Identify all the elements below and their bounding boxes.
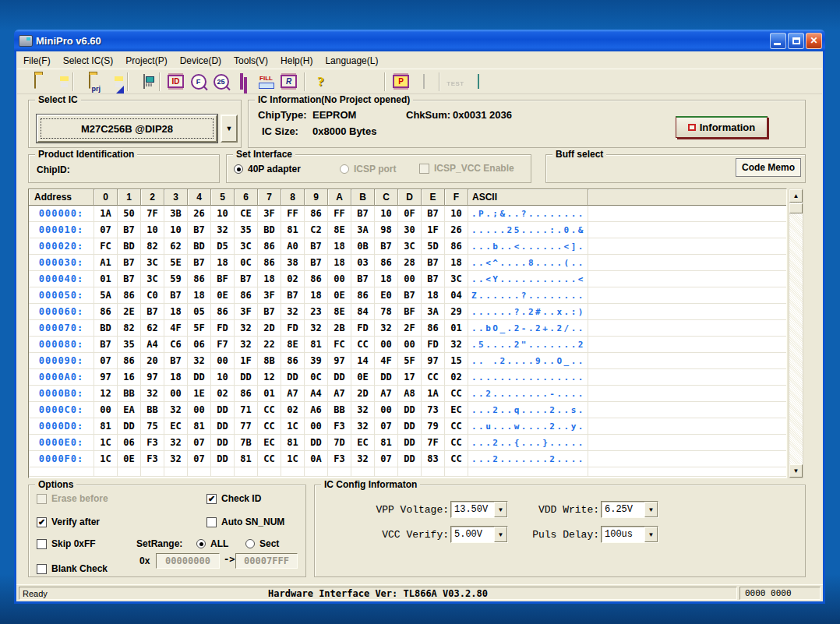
hex-byte[interactable]: 04 [445, 287, 468, 304]
hex-byte[interactable]: 02 [211, 386, 235, 402]
hex-byte[interactable]: 86 [118, 287, 141, 304]
hex-byte[interactable]: 97 [94, 369, 118, 386]
hex-byte[interactable]: 10 [141, 222, 164, 238]
hex-byte[interactable]: 82 [141, 238, 164, 255]
hex-byte[interactable]: 86 [351, 287, 375, 304]
hex-byte[interactable]: 2D [351, 386, 375, 402]
hex-byte[interactable]: 23 [305, 304, 328, 320]
hex-byte[interactable]: B7 [118, 222, 141, 238]
hex-byte[interactable]: B7 [258, 304, 281, 320]
hex-byte[interactable]: 01 [258, 386, 281, 402]
hex-byte[interactable]: DD [398, 435, 422, 451]
hex-byte[interactable]: CC [351, 337, 375, 353]
hex-byte[interactable]: 73 [422, 402, 445, 418]
hex-ascii[interactable]: ...2.......2.... [468, 451, 588, 467]
hex-ascii[interactable]: .. .2....9..O_.. [468, 353, 588, 369]
hex-byte[interactable]: 32 [141, 386, 164, 402]
menu-item-device[interactable]: Device(D) [174, 53, 228, 69]
hex-byte[interactable]: A4 [141, 337, 164, 353]
hex-byte[interactable]: EC [164, 418, 188, 435]
hex-byte[interactable]: DD [235, 369, 258, 386]
hex-byte[interactable]: 32 [211, 222, 235, 238]
hex-byte[interactable]: 1F [235, 353, 258, 369]
hex-byte[interactable]: 02 [445, 369, 468, 386]
hex-byte[interactable]: F7 [211, 337, 235, 353]
hex-byte[interactable]: 5E [164, 255, 188, 271]
hex-ascii[interactable]: .P.;&..?........ [468, 206, 588, 222]
hex-byte[interactable]: B7 [118, 255, 141, 271]
hex-byte[interactable]: B7 [422, 271, 445, 287]
hex-byte[interactable]: 0E [211, 287, 235, 304]
hex-byte[interactable]: FD [281, 320, 305, 337]
range-all-radio[interactable]: ALL [196, 538, 228, 549]
vdd-write-select[interactable]: 6.25V [601, 501, 658, 518]
hex-byte[interactable]: 17 [398, 369, 422, 386]
hex-byte[interactable]: 86 [235, 386, 258, 402]
hex-byte[interactable]: 84 [351, 304, 375, 320]
hex-byte[interactable]: 26 [188, 206, 211, 222]
hex-byte[interactable]: 32 [351, 402, 375, 418]
hex-byte[interactable]: 14 [351, 353, 375, 369]
hex-byte[interactable]: CC [422, 369, 445, 386]
hex-byte[interactable]: DD [188, 369, 211, 386]
hex-byte[interactable]: 81 [375, 435, 398, 451]
hex-byte[interactable]: B7 [188, 255, 211, 271]
hex-byte[interactable]: F3 [328, 451, 351, 467]
minimize-button[interactable] [770, 33, 786, 49]
hex-byte[interactable]: 16 [118, 369, 141, 386]
hex-byte[interactable]: 1C [281, 418, 305, 435]
hex-byte[interactable]: 4F [375, 353, 398, 369]
hex-byte[interactable]: 86 [375, 255, 398, 271]
hex-byte[interactable]: 00 [94, 402, 118, 418]
range-to-input[interactable] [235, 553, 298, 569]
hex-byte[interactable]: DD [398, 451, 422, 467]
hex-byte[interactable]: BB [328, 402, 351, 418]
hex-byte[interactable]: 71 [235, 402, 258, 418]
hex-byte[interactable]: 12 [94, 386, 118, 402]
hex-byte[interactable]: CC [258, 451, 281, 467]
hex-ascii[interactable]: ..<Y...........< [468, 271, 588, 287]
device-programmer-button[interactable] [132, 71, 155, 93]
hex-byte[interactable]: FF [281, 206, 305, 222]
hex-byte[interactable]: 0E [328, 287, 351, 304]
hex-ascii[interactable]: ..u...w....2..y. [468, 418, 588, 435]
hex-byte[interactable]: F3 [141, 435, 164, 451]
hex-byte[interactable]: 78 [375, 304, 398, 320]
menu-item-tools[interactable]: Tools(V) [228, 53, 274, 69]
hex-byte[interactable]: 2B [328, 320, 351, 337]
hex-byte[interactable]: 81 [281, 435, 305, 451]
hex-byte[interactable]: 01 [445, 320, 468, 337]
hex-byte[interactable]: 32 [445, 337, 468, 353]
hex-byte[interactable]: 0E [118, 451, 141, 467]
hex-byte[interactable]: 38 [281, 255, 305, 271]
hex-byte[interactable]: EA [118, 402, 141, 418]
hex-byte[interactable]: 32 [164, 435, 188, 451]
hex-byte[interactable]: 07 [188, 435, 211, 451]
hex-byte[interactable]: 7F [141, 206, 164, 222]
hex-byte[interactable]: 07 [375, 451, 398, 467]
hex-ascii[interactable]: ................ [468, 369, 588, 386]
fill-block-button[interactable]: FILL [255, 71, 277, 93]
maximize-button[interactable] [788, 33, 804, 49]
check-chip-id-button[interactable]: ID [164, 71, 187, 93]
hex-byte[interactable]: 3F [235, 304, 258, 320]
hex-byte[interactable]: A8 [398, 386, 422, 402]
hex-byte[interactable]: FC [328, 337, 351, 353]
hex-byte[interactable]: 0E [351, 369, 375, 386]
hex-byte[interactable]: 1C [281, 451, 305, 467]
hex-byte[interactable]: 79 [422, 418, 445, 435]
hex-byte[interactable]: 32 [281, 304, 305, 320]
hex-byte[interactable]: F3 [141, 451, 164, 467]
read-chip-button[interactable]: R [277, 71, 300, 93]
hex-byte[interactable]: 26 [445, 222, 468, 238]
hex-byte[interactable]: BF [211, 271, 235, 287]
hex-byte[interactable]: 35 [235, 222, 258, 238]
hex-byte[interactable]: 75 [141, 418, 164, 435]
hex-byte[interactable]: C2 [305, 222, 328, 238]
hex-byte[interactable]: B7 [351, 271, 375, 287]
menu-item-project[interactable]: Project(P) [119, 53, 173, 69]
hex-byte[interactable]: C6 [164, 337, 188, 353]
hex-byte[interactable]: 3C [141, 255, 164, 271]
hex-byte[interactable]: 18 [164, 369, 188, 386]
hex-byte[interactable]: CC [445, 435, 468, 451]
